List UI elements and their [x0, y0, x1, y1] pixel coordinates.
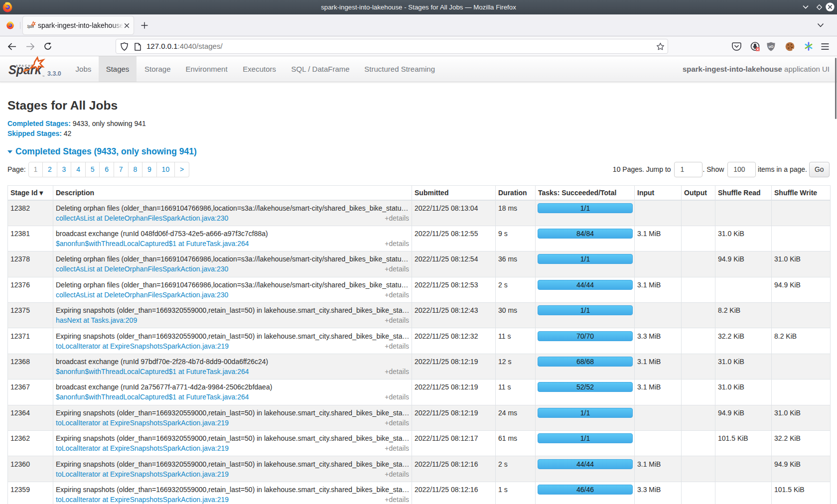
- svg-text:uO: uO: [769, 45, 774, 48]
- svg-text:™: ™: [42, 75, 45, 78]
